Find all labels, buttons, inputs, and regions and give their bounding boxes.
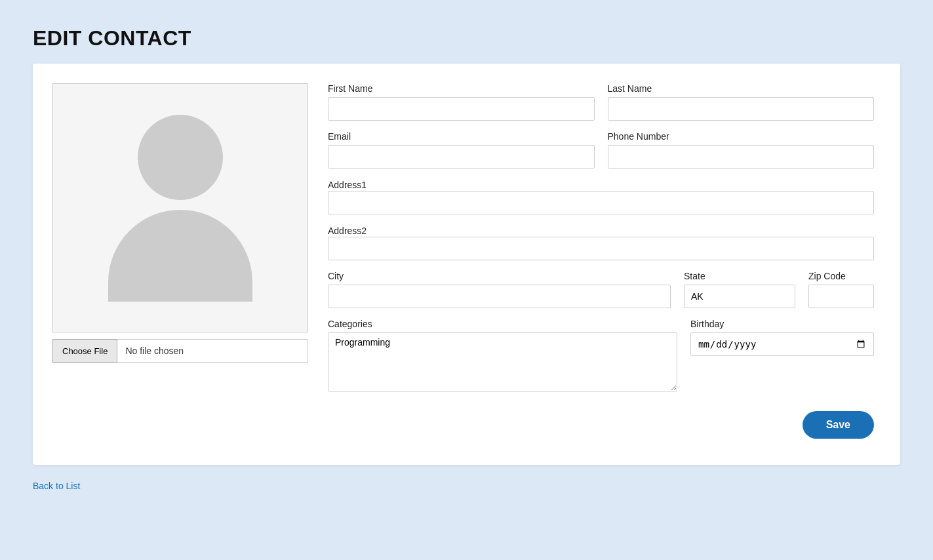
email-input[interactable] [328,145,595,169]
city-group: City [328,271,671,308]
zip-input[interactable] [808,285,874,308]
avatar-section: Choose File No file chosen [52,83,308,439]
address2-group: Address2 [328,225,874,260]
address1-label: Address1 [328,180,367,190]
city-state-zip-row: City State AK Zip Code [328,271,874,308]
email-phone-row: Email Phone Number [328,131,874,169]
edit-contact-form-card: Choose File No file chosen First Name La… [33,64,900,465]
save-button[interactable]: Save [803,411,874,439]
last-name-input[interactable] [608,97,875,121]
email-label: Email [328,131,595,142]
avatar-body-icon [108,210,252,302]
avatar-circle-icon [138,115,223,200]
address1-group: Address1 [328,179,874,214]
phone-group: Phone Number [608,131,875,169]
address1-input[interactable] [328,191,874,214]
file-input-row: Choose File No file chosen [52,339,308,363]
state-input[interactable]: AK [684,285,795,308]
no-file-chosen-label: No file chosen [117,339,308,363]
zip-label: Zip Code [808,271,874,281]
choose-file-button[interactable]: Choose File [52,339,117,363]
address2-label: Address2 [328,226,367,236]
phone-label: Phone Number [608,131,875,142]
avatar-placeholder [108,115,252,302]
back-to-list-link[interactable]: Back to List [33,481,80,491]
city-input[interactable] [328,285,671,308]
categories-group: Categories Programming [328,319,677,391]
last-name-group: Last Name [608,83,875,121]
save-row: Save [328,411,874,439]
email-group: Email [328,131,595,169]
birthday-input[interactable] [690,332,874,356]
birthday-label: Birthday [690,319,874,329]
categories-birthday-row: Categories Programming Birthday [328,319,874,391]
state-group: State AK [684,271,795,308]
zip-group: Zip Code [808,271,874,308]
name-row: First Name Last Name [328,83,874,121]
address2-input[interactable] [328,237,874,260]
categories-select[interactable]: Programming [328,332,677,391]
birthday-group: Birthday [690,319,874,356]
category-option-programming[interactable]: Programming [335,337,670,348]
avatar-box [52,83,308,332]
first-name-label: First Name [328,83,595,94]
state-label: State [684,271,795,281]
last-name-label: Last Name [608,83,875,94]
page-title: EDIT CONTACT [33,26,900,50]
phone-input[interactable] [608,145,875,169]
categories-label: Categories [328,319,677,329]
city-label: City [328,271,671,281]
first-name-group: First Name [328,83,595,121]
first-name-input[interactable] [328,97,595,121]
fields-section: First Name Last Name Email Phone Number [328,83,874,439]
